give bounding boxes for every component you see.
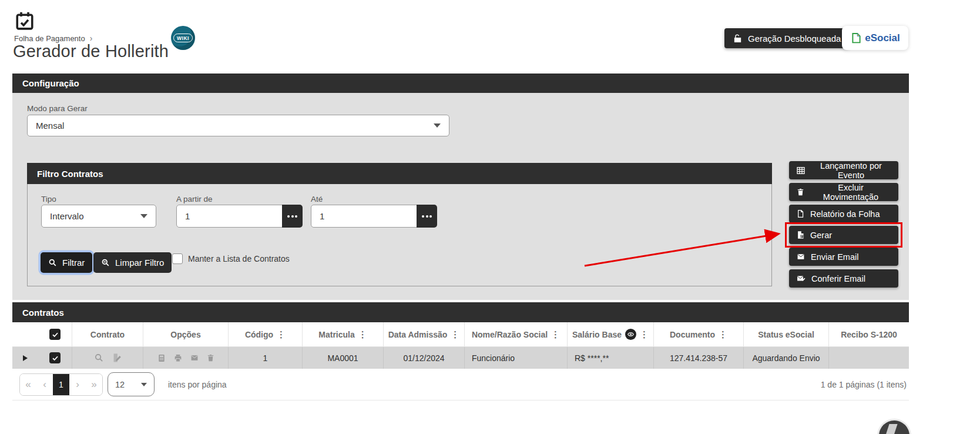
- pagination-bar: « ‹ 1 › » 12 itens por página 1 de 1 pág…: [12, 369, 909, 400]
- wiki-badge-label: WIKI: [173, 34, 193, 42]
- email-icon[interactable]: [190, 354, 199, 362]
- send-email-button[interactable]: Enviar Email: [789, 248, 898, 266]
- action-label: Gerar: [810, 231, 832, 240]
- filter-button-label: Filtrar: [62, 258, 85, 268]
- billing-icon: [796, 231, 805, 239]
- tipo-select-value: Intervalo: [50, 211, 84, 221]
- view-contract-icon[interactable]: [94, 353, 104, 363]
- row-status-esocial: Aguardando Envio: [743, 347, 828, 369]
- wiki-badge[interactable]: WIKI: [171, 26, 195, 50]
- generation-unlocked-button[interactable]: Geração Desbloqueada: [724, 28, 849, 48]
- column-label: Nome/Razão Social: [472, 330, 548, 339]
- row-data-admissao: 01/12/2024: [383, 347, 464, 369]
- esocial-button[interactable]: eSocial: [842, 26, 908, 50]
- next-page-button[interactable]: ›: [69, 374, 86, 395]
- page-size-select[interactable]: 12: [108, 372, 155, 396]
- row-nome: Funcionário: [464, 347, 567, 369]
- eye-icon[interactable]: [625, 329, 636, 340]
- chevron-down-icon: [141, 383, 147, 386]
- column-menu-icon[interactable]: ⋮: [640, 329, 649, 340]
- items-per-page-label: itens por página: [168, 369, 227, 400]
- delete-icon[interactable]: [206, 353, 215, 362]
- column-label: Salário Base: [572, 330, 622, 339]
- help-avatar[interactable]: [879, 420, 909, 434]
- last-page-button[interactable]: »: [86, 374, 102, 395]
- column-menu-icon[interactable]: ⋮: [719, 329, 727, 340]
- launch-by-event-button[interactable]: Lançamento por Evento: [789, 161, 898, 179]
- column-label: Código: [245, 330, 273, 339]
- page-size-value: 12: [115, 380, 125, 389]
- page-buttons-group: « ‹ 1 › »: [19, 373, 103, 396]
- row-salario: R$ ****,**: [567, 347, 653, 369]
- print-icon[interactable]: [173, 353, 183, 363]
- payroll-report-button[interactable]: Relatório da Folha: [789, 205, 898, 223]
- search-icon: [48, 258, 57, 267]
- to-input[interactable]: 1: [311, 205, 417, 228]
- filter-button[interactable]: Filtrar: [41, 252, 92, 273]
- select-all-checkbox[interactable]: [49, 329, 61, 340]
- clear-filter-button[interactable]: Limpar Filtro: [93, 252, 172, 273]
- from-input[interactable]: 1: [176, 205, 283, 228]
- calculator-icon[interactable]: [157, 353, 166, 363]
- envelope-check-icon: [796, 275, 806, 283]
- ellipsis-icon: [287, 215, 290, 218]
- search-minus-icon: [101, 258, 110, 267]
- row-matricula: MA0001: [302, 347, 383, 369]
- column-label: Recibo S-1200: [841, 330, 897, 339]
- column-menu-icon[interactable]: ⋮: [277, 329, 286, 340]
- grid-icon: [796, 166, 806, 175]
- generate-button[interactable]: Gerar: [789, 226, 898, 244]
- ellipsis-icon: [295, 215, 297, 218]
- column-header-status-esocial: Status eSocial: [743, 322, 828, 346]
- column-label: Matricula: [318, 330, 354, 339]
- column-header-codigo: Código⋮: [228, 322, 302, 346]
- header-expand-cell: [12, 322, 38, 346]
- column-label: Data Admissão: [388, 330, 448, 339]
- to-picker-button[interactable]: [417, 205, 437, 228]
- action-label: Lançamento por Evento: [811, 161, 891, 180]
- header-select-all-cell: [38, 322, 72, 346]
- action-label: Excluir Movimentação: [810, 183, 891, 202]
- chevron-down-icon: [140, 214, 147, 218]
- clear-filter-button-label: Limpar Filtro: [115, 258, 164, 268]
- to-label: Até: [311, 195, 323, 203]
- column-menu-icon[interactable]: ⋮: [551, 329, 560, 340]
- column-header-opcoes: Opções: [143, 322, 228, 346]
- column-menu-icon[interactable]: ⋮: [451, 329, 459, 340]
- column-header-matricula: Matricula⋮: [302, 322, 383, 346]
- row-select-cell: [38, 347, 72, 369]
- config-section-header: Configuração: [12, 74, 909, 93]
- row-checkbox[interactable]: [49, 352, 61, 363]
- action-label: Conferir Email: [811, 274, 865, 283]
- expand-row-icon[interactable]: [23, 355, 28, 361]
- column-header-data-admissao: Data Admissão⋮: [383, 322, 464, 346]
- contracts-table-header: Contrato Opções Código⋮ Matricula⋮ Data …: [12, 322, 909, 347]
- gerador-hollerith-page: Folha de Pagamento › Gerador de Hollerit…: [0, 0, 980, 434]
- edit-contract-icon[interactable]: [112, 353, 122, 363]
- keep-list-label: Manter a Lista de Contratos: [188, 254, 290, 263]
- delete-movement-button[interactable]: Excluir Movimentação: [789, 183, 898, 201]
- current-page-button[interactable]: 1: [53, 374, 69, 395]
- ellipsis-icon: [429, 215, 432, 218]
- first-page-button[interactable]: «: [20, 374, 36, 395]
- check-email-button[interactable]: Conferir Email: [789, 269, 898, 288]
- row-opcoes-cell: [143, 347, 228, 369]
- row-expand-cell: [12, 347, 38, 369]
- from-picker-button[interactable]: [282, 205, 303, 228]
- mode-select[interactable]: Mensal: [27, 115, 449, 136]
- column-label: Documento: [670, 330, 715, 339]
- prev-page-button[interactable]: ‹: [36, 374, 53, 395]
- tipo-select[interactable]: Intervalo: [41, 205, 156, 228]
- column-label: Opções: [170, 330, 200, 339]
- column-label: Status eSocial: [758, 330, 814, 339]
- row-documento: 127.414.238-57: [653, 347, 743, 369]
- from-label: A partir de: [176, 195, 213, 203]
- keep-list-checkbox[interactable]: [172, 253, 183, 264]
- esocial-doc-icon: [850, 32, 862, 44]
- ellipsis-icon: [291, 215, 294, 218]
- table-row: 1 MA0001 01/12/2024 Funcionário R$ ****,…: [12, 347, 909, 369]
- chevron-down-icon: [434, 123, 441, 128]
- column-menu-icon[interactable]: ⋮: [358, 329, 367, 340]
- envelope-icon: [796, 253, 806, 261]
- row-codigo: 1: [228, 347, 302, 369]
